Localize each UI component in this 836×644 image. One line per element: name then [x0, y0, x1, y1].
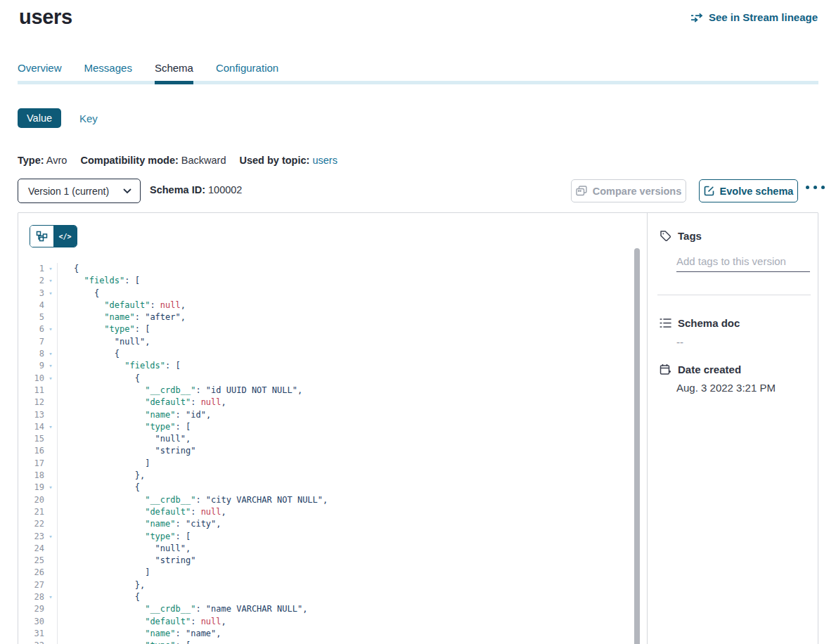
- schema-side-panel: Tags Schema doc --: [648, 213, 819, 644]
- code-text: },: [58, 470, 145, 482]
- line-number: 4: [18, 300, 44, 311]
- code-line: 18 },: [18, 470, 647, 482]
- code-text: "type": [: [58, 531, 191, 543]
- line-number: 21: [18, 506, 44, 518]
- stream-lineage-label: See in Stream lineage: [709, 11, 818, 23]
- code-text: {: [58, 288, 99, 300]
- code-text: "fields": [: [58, 360, 181, 372]
- code-text: {: [58, 373, 140, 385]
- fold-gutter: [44, 616, 58, 628]
- code-line: 2▾ "fields": [: [18, 275, 647, 287]
- line-number: 20: [18, 494, 44, 506]
- schema-doc-value: --: [676, 336, 683, 348]
- code-text: "default": null,: [58, 506, 226, 518]
- ellipsis-icon: [821, 186, 825, 189]
- code-line: 6▾ "type": [: [18, 323, 647, 335]
- fold-arrow-icon[interactable]: ▾: [44, 531, 58, 543]
- line-number: 31: [18, 628, 44, 640]
- line-number: 29: [18, 603, 44, 615]
- line-number: 23: [18, 531, 44, 543]
- tab-schema[interactable]: Schema: [155, 62, 193, 84]
- fold-arrow-icon[interactable]: ▾: [44, 640, 58, 644]
- fold-gutter: [44, 567, 58, 579]
- code-text: {: [58, 263, 79, 275]
- vertical-scrollbar[interactable]: [634, 248, 640, 644]
- fold-gutter: [44, 458, 58, 470]
- fold-gutter: [44, 311, 58, 323]
- code-text: "name": "name",: [58, 628, 221, 640]
- schema-id: Schema ID: 100002: [150, 184, 242, 195]
- fold-gutter: [44, 628, 58, 640]
- fold-arrow-icon[interactable]: ▾: [44, 263, 58, 275]
- list-icon: [660, 318, 671, 328]
- fold-arrow-icon[interactable]: ▾: [44, 288, 58, 300]
- more-options-button[interactable]: [806, 186, 825, 189]
- code-text: "string": [58, 555, 195, 567]
- code-view-button[interactable]: </>: [53, 226, 77, 247]
- line-number: 16: [18, 445, 44, 457]
- value-tab-button[interactable]: Value: [18, 108, 61, 128]
- tab-configuration[interactable]: Configuration: [216, 62, 278, 84]
- code-line: 7 "null",: [18, 336, 647, 348]
- fold-arrow-icon[interactable]: ▾: [44, 360, 58, 372]
- tab-underline: [18, 81, 818, 84]
- fold-arrow-icon[interactable]: ▾: [44, 421, 58, 433]
- code-line: 29 "__crdb__": "name VARCHAR NULL",: [18, 603, 647, 615]
- line-number: 10: [18, 373, 44, 385]
- code-text: "fields": [: [58, 275, 140, 287]
- fold-arrow-icon[interactable]: ▾: [44, 591, 58, 603]
- line-number: 14: [18, 421, 44, 433]
- fold-arrow-icon[interactable]: ▾: [44, 482, 58, 494]
- compare-versions-button[interactable]: Compare versions: [571, 179, 686, 202]
- schema-doc-title: Schema doc: [678, 317, 740, 329]
- page-title: users: [19, 6, 72, 29]
- code-line: 30 "default": null,: [18, 616, 647, 628]
- code-line: 11 "__crdb__": "id UUID NOT NULL",: [18, 385, 647, 397]
- tree-view-button[interactable]: [30, 226, 53, 247]
- see-in-stream-lineage-link[interactable]: See in Stream lineage: [690, 11, 818, 23]
- topic-link[interactable]: users: [312, 155, 337, 166]
- code-line: 21 "default": null,: [18, 506, 647, 518]
- code-line: 23▾ "type": [: [18, 531, 647, 543]
- code-line: 13 "name": "id",: [18, 409, 647, 421]
- line-number: 8: [18, 348, 44, 360]
- code-line: 20 "__crdb__": "city VARCHAR NOT NULL",: [18, 494, 647, 506]
- line-number: 17: [18, 458, 44, 470]
- code-text: "type": [: [58, 640, 191, 644]
- add-tags-input[interactable]: [676, 254, 810, 272]
- fold-arrow-icon[interactable]: ▾: [44, 348, 58, 360]
- compatibility-value: Backward: [181, 155, 226, 166]
- ellipsis-icon: [806, 186, 809, 189]
- code-text: "null",: [58, 336, 150, 348]
- code-text: ]: [58, 458, 150, 470]
- type-label: Type:: [18, 155, 44, 166]
- type-meta: Type: Avro: [18, 155, 67, 166]
- fold-arrow-icon[interactable]: ▾: [44, 373, 58, 385]
- code-line: 31 "name": "name",: [18, 628, 647, 640]
- fold-arrow-icon[interactable]: ▾: [44, 275, 58, 287]
- code-text: "__crdb__": "name VARCHAR NULL",: [58, 603, 307, 615]
- code-text: "name": "after",: [58, 311, 186, 323]
- line-number: 13: [18, 409, 44, 421]
- fold-gutter: [44, 470, 58, 482]
- line-number: 28: [18, 591, 44, 603]
- version-select[interactable]: Version 1 (current): [18, 179, 141, 203]
- compatibility-label: Compatibility mode:: [80, 155, 178, 166]
- fold-gutter: [44, 336, 58, 348]
- tab-overview[interactable]: Overview: [18, 62, 62, 84]
- schema-meta-row: Type: Avro Compatibility mode: Backward …: [18, 155, 337, 166]
- code-line: 22 "name": "city",: [18, 518, 647, 530]
- evolve-schema-button[interactable]: Evolve schema: [699, 179, 798, 202]
- tab-messages[interactable]: Messages: [84, 62, 132, 84]
- line-number: 30: [18, 616, 44, 628]
- code-line: 15 "null",: [18, 433, 647, 445]
- code-editor[interactable]: 1▾{2▾ "fields": [3▾ {4 "default": null,5…: [18, 263, 647, 644]
- fold-arrow-icon[interactable]: ▾: [44, 323, 58, 335]
- code-text: "name": "id",: [58, 409, 211, 421]
- fold-gutter: [44, 579, 58, 591]
- key-tab-link[interactable]: Key: [79, 112, 98, 124]
- line-number: 7: [18, 336, 44, 348]
- fold-gutter: [44, 409, 58, 421]
- code-line: 1▾{: [18, 263, 647, 275]
- code-text: {: [58, 482, 140, 494]
